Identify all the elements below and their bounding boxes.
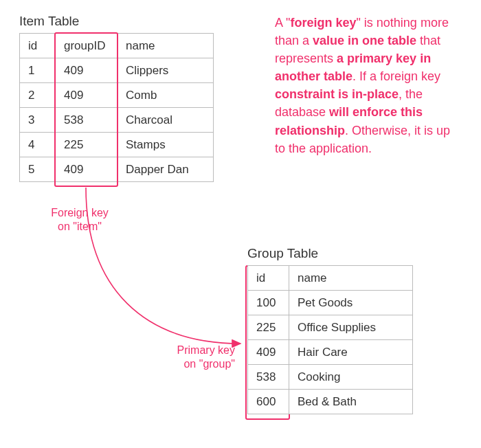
- cell: Hair Care: [289, 340, 413, 365]
- cell: Stamps: [118, 133, 214, 157]
- item-table-title: Item Table: [19, 14, 214, 29]
- col-id: id: [248, 266, 289, 291]
- note-bold: constraint is in-place: [275, 87, 399, 101]
- cell: 409: [56, 83, 118, 108]
- cell: Comb: [118, 83, 214, 108]
- cell: 1: [20, 58, 56, 83]
- table-row: 409Hair Care: [248, 340, 413, 365]
- note-bold: value in one table: [313, 34, 416, 47]
- cell: 600: [248, 390, 289, 414]
- table-row: 3538Charcoal: [20, 108, 214, 133]
- label-line: on "group": [183, 358, 235, 370]
- col-id: id: [20, 34, 56, 58]
- group-table-block: Group Table id name 100Pet Goods 225Offi…: [247, 246, 413, 414]
- cell: 409: [56, 157, 118, 182]
- table-row: 600Bed & Bath: [248, 390, 413, 414]
- col-name: name: [118, 34, 214, 58]
- label-line: on "item": [58, 221, 102, 232]
- cell: 409: [56, 58, 118, 83]
- cell: Office Supplies: [289, 315, 413, 340]
- table-header-row: id name: [248, 266, 413, 291]
- cell: 100: [248, 291, 289, 315]
- cell: 5: [20, 157, 56, 182]
- cell: 4: [20, 133, 56, 157]
- col-name: name: [289, 266, 413, 291]
- cell: Bed & Bath: [289, 390, 413, 414]
- cell: 225: [248, 315, 289, 340]
- foreign-key-label: Foreign key on "item": [38, 206, 121, 234]
- table-row: 1409Clippers: [20, 58, 214, 83]
- cell: 2: [20, 83, 56, 108]
- table-row: 538Cooking: [248, 365, 413, 390]
- cell: 3: [20, 108, 56, 133]
- table-row: 100Pet Goods: [248, 291, 413, 315]
- table-row: 5409Dapper Dan: [20, 157, 214, 182]
- cell: Clippers: [118, 58, 214, 83]
- label-line: Primary key: [177, 344, 235, 356]
- cell: 538: [56, 108, 118, 133]
- note-text: . If a foreign key: [353, 69, 440, 83]
- note-text: A ": [275, 16, 290, 30]
- table-header-row: id groupID name: [20, 34, 214, 58]
- table-row: 225Office Supplies: [248, 315, 413, 340]
- table-row: 2409Comb: [20, 83, 214, 108]
- cell: 409: [248, 340, 289, 365]
- cell: 538: [248, 365, 289, 390]
- label-line: Foreign key: [51, 207, 109, 219]
- item-table-block: Item Table id groupID name 1409Clippers …: [19, 14, 214, 182]
- note-bold: foreign key: [290, 16, 356, 30]
- cell: Cooking: [289, 365, 413, 390]
- cell: 225: [56, 133, 118, 157]
- cell: Pet Goods: [289, 291, 413, 315]
- primary-key-label: Primary key on "group": [159, 344, 235, 371]
- table-row: 4225Stamps: [20, 133, 214, 157]
- cell: Charcoal: [118, 108, 214, 133]
- explainer-note: A "foreign key" is nothing more than a v…: [275, 14, 460, 157]
- cell: Dapper Dan: [118, 157, 214, 182]
- group-table: id name 100Pet Goods 225Office Supplies …: [247, 265, 413, 414]
- item-table: id groupID name 1409Clippers 2409Comb 35…: [19, 33, 214, 182]
- col-groupid: groupID: [56, 34, 118, 58]
- group-table-title: Group Table: [247, 246, 413, 261]
